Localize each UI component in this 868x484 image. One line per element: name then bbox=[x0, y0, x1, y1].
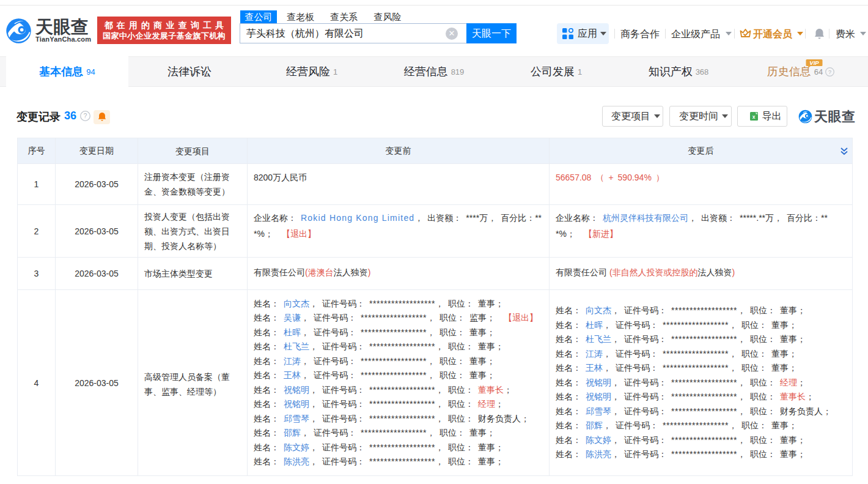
svg-text:x: x bbox=[752, 114, 755, 120]
svg-text:?: ? bbox=[828, 69, 831, 75]
svg-text:?: ? bbox=[84, 112, 87, 119]
svg-text:VIP: VIP bbox=[809, 59, 819, 66]
